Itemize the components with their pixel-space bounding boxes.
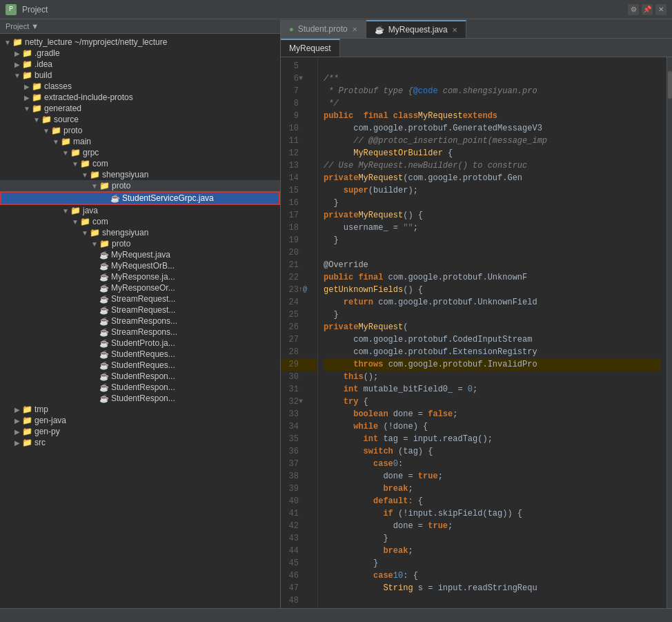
tree-item-extracted[interactable]: ▶ 📁 extracted-include-protos	[0, 92, 280, 103]
line-num-47: 47	[281, 582, 317, 594]
tab-myrequest-java[interactable]: ☕ MyRequest.java ✕	[366, 20, 466, 38]
tree-item-student-service-grpc[interactable]: ☕ StudentServiceGrpc.java	[0, 191, 280, 205]
folder-icon: 📁	[22, 48, 32, 58]
code-line-20	[324, 246, 661, 259]
tree-label: com	[92, 217, 108, 226]
tree-item-gen-java[interactable]: ▶ 📁 gen-java	[0, 415, 280, 426]
tree-item-proto3[interactable]: ▼ 📁 proto	[0, 238, 280, 249]
tree-item-myrequest[interactable]: ☕ MyRequest.java	[0, 249, 280, 260]
pin-btn[interactable]: 📌	[642, 4, 653, 15]
tree-label: gen-java	[34, 416, 66, 425]
editor-tab-myrequest[interactable]: MyRequest	[281, 39, 340, 57]
code-line-36: switch (tag) {	[324, 445, 661, 458]
fold-icon-6[interactable]: ▼	[299, 72, 308, 85]
line-num-20: 20	[281, 246, 317, 259]
line-num-11: 11	[281, 135, 317, 147]
tree-item-main[interactable]: ▼ 📁 main	[0, 136, 280, 147]
code-line-21: @Override	[324, 259, 661, 271]
tree-item-build[interactable]: ▼ 📁 build	[0, 70, 280, 81]
tree-label: grpc	[83, 148, 99, 157]
tree-item-studentreques2[interactable]: ☕ StudentReques...	[0, 360, 280, 371]
tree-label: StreamRequest...	[111, 294, 175, 304]
code-line-45: }	[324, 557, 661, 570]
tree-item-source[interactable]: ▼ 📁 source	[0, 114, 280, 125]
tree-item-gen-py[interactable]: ▶ 📁 gen-py	[0, 426, 280, 437]
code-line-46: case 10: {	[324, 570, 661, 582]
folder-icon: 📁	[41, 115, 52, 124]
tree-label: com	[92, 159, 108, 168]
folder-icon: 📁	[99, 181, 110, 191]
line-num-12: 12	[281, 147, 317, 159]
line-num-48: 48	[281, 594, 317, 607]
code-line-27: com.google.protobuf.CodedInputStream	[324, 333, 661, 346]
file-tree-content[interactable]: ▼ 📁 netty_lecture ~/myproject/netty_lect…	[0, 34, 280, 608]
code-line-9: public final class MyRequest extends	[324, 110, 661, 122]
tree-item-streamrequest1[interactable]: ☕ StreamRequest...	[0, 293, 280, 304]
vertical-scrollbar[interactable]	[666, 57, 672, 608]
expand-arrow: ▼	[3, 39, 12, 46]
fold-icon-32[interactable]: ▼	[299, 396, 308, 408]
tree-item-myresponse[interactable]: ☕ MyResponse.ja...	[0, 271, 280, 282]
tree-item-proto[interactable]: ▼ 📁 proto	[0, 125, 280, 136]
tree-item-classes[interactable]: ▶ 📁 classes	[0, 81, 280, 92]
line-num-30: 30	[281, 371, 317, 383]
line-num-44: 44	[281, 545, 317, 557]
line-num-33: 33	[281, 408, 317, 420]
status-bar	[0, 608, 672, 622]
expand-arrow: ▼	[51, 138, 61, 146]
folder-icon: 📁	[22, 427, 32, 436]
tree-label: MyResponse.ja...	[111, 272, 175, 282]
java-file-icon: ☕	[99, 295, 109, 304]
close-btn[interactable]: ✕	[655, 4, 666, 15]
tree-item-studentrespon2[interactable]: ☕ StudentRespon...	[0, 382, 280, 393]
tree-item-streamrequest2[interactable]: ☕ StreamRequest...	[0, 304, 280, 315]
tree-item-streamrespons1[interactable]: ☕ StreamRespons...	[0, 315, 280, 327]
tree-item-src[interactable]: ▶ 📁 src	[0, 437, 280, 448]
tab-close-btn[interactable]: ✕	[452, 26, 457, 34]
tree-item-java[interactable]: ▼ 📁 java	[0, 205, 280, 216]
tree-item-gradle[interactable]: ▶ 📁 .gradle	[0, 48, 280, 59]
tree-label: StudentProto.ja...	[111, 338, 175, 348]
tree-item-shengsiyuan2[interactable]: ▼ 📁 shengsiyuan	[0, 227, 280, 238]
tree-item-tmp[interactable]: ▶ 📁 tmp	[0, 404, 280, 415]
tree-item-proto2[interactable]: ▼ 📁 proto	[0, 180, 280, 191]
code-line-42: done = true;	[324, 520, 661, 532]
code-text-area[interactable]: /** * Protobuf type {@code com.shengsiyu…	[318, 57, 666, 608]
tab-student-proto[interactable]: ● Student.proto ✕	[281, 20, 366, 38]
line-num-19: 19	[281, 234, 317, 246]
line-num-34: 34	[281, 420, 317, 433]
java-file-icon: ☕	[99, 328, 109, 337]
tree-item-idea[interactable]: ▶ 📁 .idea	[0, 59, 280, 70]
folder-icon: 📁	[51, 126, 61, 135]
tree-label: proto	[112, 239, 130, 249]
proto-icon: ●	[289, 25, 294, 33]
tree-label: shengsiyuan	[102, 228, 148, 237]
tree-label: MyResponseOr...	[111, 283, 175, 293]
tree-item-netty-lecture[interactable]: ▼ 📁 netty_lecture ~/myproject/netty_lect…	[0, 37, 280, 48]
tree-item-generated[interactable]: ▼ 📁 generated	[0, 103, 280, 114]
tree-label: StudentReques...	[111, 360, 175, 370]
tab-close-btn[interactable]: ✕	[352, 26, 357, 33]
line-num-18: 18	[281, 222, 317, 234]
code-editor: ● Student.proto ✕ ☕ MyRequest.java ✕ MyR…	[281, 19, 672, 608]
line-num-25: 25	[281, 309, 317, 321]
settings-btn[interactable]: ⚙	[628, 4, 639, 15]
tree-item-streamrespons2[interactable]: ☕ StreamRespons...	[0, 327, 280, 338]
tree-item-com1[interactable]: ▼ 📁 com	[0, 158, 280, 169]
tree-label: StreamRespons...	[111, 316, 177, 326]
tree-item-studentrespon1[interactable]: ☕ StudentRespon...	[0, 371, 280, 382]
code-line-31: int mutable_bitField0_ = 0;	[324, 383, 661, 396]
tree-item-com2[interactable]: ▼ 📁 com	[0, 216, 280, 227]
line-num-16: 16	[281, 197, 317, 209]
line-num-32: 32▼	[281, 396, 317, 408]
tree-item-grpc[interactable]: ▼ 📁 grpc	[0, 147, 280, 158]
code-content: 5 6▼ 7 8 9 10 11 12 13 14 15 16 17 18 19…	[281, 57, 672, 608]
expand-arrow: ▶	[12, 439, 22, 447]
tree-label: netty_lecture ~/myproject/netty_lecture	[25, 37, 167, 47]
tree-item-studentrespon3[interactable]: ☕ StudentRespon...	[0, 393, 280, 404]
tree-item-shengsiyuan1[interactable]: ▼ 📁 shengsiyuan	[0, 169, 280, 180]
tree-item-myresponseor[interactable]: ☕ MyResponseOr...	[0, 282, 280, 293]
tree-item-studentproto[interactable]: ☕ StudentProto.ja...	[0, 338, 280, 349]
tree-item-myrequestorb[interactable]: ☕ MyRequestOrB...	[0, 260, 280, 271]
tree-item-studentreques1[interactable]: ☕ StudentReques...	[0, 349, 280, 360]
